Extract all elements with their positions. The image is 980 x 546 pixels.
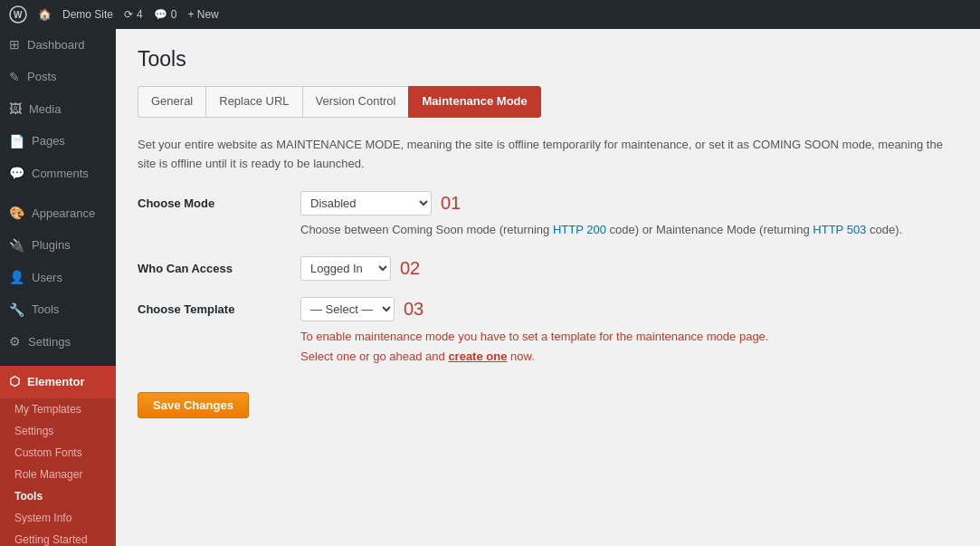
elementor-sub-system-info[interactable]: System Info bbox=[0, 507, 116, 529]
elementor-sub-role-manager[interactable]: Role Manager bbox=[0, 464, 116, 485]
sidebar-item-comments[interactable]: 💬 Comments bbox=[0, 158, 116, 190]
template-warning: To enable maintenance mode you have to s… bbox=[300, 327, 768, 367]
sidebar-item-elementor[interactable]: ⬡ Elementor bbox=[0, 366, 116, 398]
sidebar-label-media: Media bbox=[29, 101, 61, 118]
warning-line1: To enable maintenance mode you have to s… bbox=[300, 330, 768, 343]
maintenance-form: Choose Mode Disabled Coming Soon Mainten… bbox=[138, 191, 958, 367]
sidebar-item-appearance[interactable]: 🎨 Appearance bbox=[0, 197, 116, 230]
tab-version-control[interactable]: Version Control bbox=[302, 86, 409, 118]
sidebar-label-users: Users bbox=[32, 270, 62, 286]
wp-logo-link[interactable]: W bbox=[9, 5, 27, 24]
updates-count: 4 bbox=[137, 8, 143, 21]
page-title: Tools bbox=[138, 47, 958, 72]
users-icon: 👤 bbox=[9, 269, 24, 287]
elementor-sub-custom-fonts[interactable]: Custom Fonts bbox=[0, 442, 116, 464]
comments-nav-icon: 💬 bbox=[9, 165, 24, 183]
tabs-bar: General Replace URL Version Control Main… bbox=[138, 86, 958, 118]
updates-icon: ⟳ bbox=[124, 8, 133, 21]
sidebar-item-media[interactable]: 🖼 Media bbox=[0, 93, 116, 126]
wp-logo-icon: W bbox=[9, 5, 27, 24]
field-who-can-access: Logged In Everyone Admins 02 bbox=[300, 256, 420, 281]
sidebar-label-appearance: Appearance bbox=[32, 206, 95, 222]
posts-icon: ✎ bbox=[9, 69, 20, 87]
sidebar-label-settings: Settings bbox=[28, 334, 71, 350]
field-choose-mode: Disabled Coming Soon Maintenance Mode 01… bbox=[300, 191, 902, 240]
sidebar-item-users[interactable]: 👤 Users bbox=[0, 262, 116, 294]
maintenance-description: Set your entire website as MAINTENANCE M… bbox=[138, 136, 958, 174]
admin-bar: W 🏠 Demo Site ⟳ 4 💬 0 + New bbox=[0, 0, 980, 29]
step-number-03: 03 bbox=[404, 299, 423, 320]
sidebar-label-dashboard: Dashboard bbox=[27, 37, 85, 53]
http503-link[interactable]: HTTP 503 bbox=[813, 223, 866, 236]
home-icon-link[interactable]: 🏠 bbox=[38, 8, 52, 21]
sidebar-label-pages: Pages bbox=[32, 133, 65, 149]
dashboard-icon: ⊞ bbox=[9, 36, 20, 54]
plugins-icon: 🔌 bbox=[9, 237, 24, 255]
elementor-sub-tools[interactable]: Tools bbox=[0, 485, 116, 507]
choose-mode-note: Choose between Coming Soon mode (returni… bbox=[300, 221, 902, 240]
site-name: Demo Site bbox=[62, 8, 113, 21]
sidebar-label-elementor: Elementor bbox=[27, 374, 85, 390]
step-number-01: 01 bbox=[441, 193, 461, 214]
sidebar-label-tools: Tools bbox=[32, 302, 59, 318]
sidebar: ⊞ Dashboard ✎ Posts 🖼 Media 📄 Pages 💬 Co… bbox=[0, 29, 116, 546]
tab-maintenance-mode[interactable]: Maintenance Mode bbox=[408, 86, 540, 118]
comments-link[interactable]: 💬 0 bbox=[154, 8, 177, 21]
select-choose-template[interactable]: — Select — bbox=[300, 297, 395, 321]
elementor-sub-my-templates[interactable]: My Templates bbox=[0, 398, 116, 420]
tools-icon: 🔧 bbox=[9, 302, 24, 320]
form-row-who-can-access: Who Can Access Logged In Everyone Admins… bbox=[138, 256, 958, 281]
elementor-icon: ⬡ bbox=[9, 373, 20, 391]
elementor-sub-getting-started[interactable]: Getting Started bbox=[0, 529, 116, 546]
form-row-choose-mode: Choose Mode Disabled Coming Soon Mainten… bbox=[138, 191, 958, 240]
warning-line3: now. bbox=[510, 350, 535, 363]
http200-link[interactable]: HTTP 200 bbox=[553, 223, 606, 236]
home-icon: 🏠 bbox=[38, 8, 52, 21]
updates-link[interactable]: ⟳ 4 bbox=[124, 8, 143, 21]
new-label: + New bbox=[187, 8, 218, 21]
settings-icon: ⚙ bbox=[9, 333, 21, 351]
warning-line2: Select one or go ahead and bbox=[300, 350, 445, 363]
content-area: Tools General Replace URL Version Contro… bbox=[116, 29, 980, 546]
pages-icon: 📄 bbox=[9, 133, 24, 151]
create-one-link[interactable]: create one bbox=[448, 350, 507, 363]
svg-text:W: W bbox=[14, 10, 23, 20]
sidebar-item-settings[interactable]: ⚙ Settings bbox=[0, 326, 116, 359]
elementor-submenu: My Templates Settings Custom Fonts Role … bbox=[0, 398, 116, 546]
sidebar-item-tools[interactable]: 🔧 Tools bbox=[0, 294, 116, 327]
step-number-02: 02 bbox=[400, 258, 420, 279]
tab-replace-url[interactable]: Replace URL bbox=[205, 86, 301, 118]
sidebar-label-comments: Comments bbox=[32, 166, 89, 182]
field-choose-template: — Select — 03 To enable maintenance mode… bbox=[300, 297, 768, 367]
sidebar-item-plugins[interactable]: 🔌 Plugins bbox=[0, 230, 116, 263]
label-choose-template: Choose Template bbox=[138, 297, 300, 316]
sidebar-item-posts[interactable]: ✎ Posts bbox=[0, 62, 116, 94]
sidebar-item-dashboard[interactable]: ⊞ Dashboard bbox=[0, 29, 116, 62]
select-who-can-access[interactable]: Logged In Everyone Admins bbox=[300, 256, 391, 281]
site-name-link[interactable]: Demo Site bbox=[62, 8, 113, 21]
label-who-can-access: Who Can Access bbox=[138, 256, 300, 275]
sidebar-item-pages[interactable]: 📄 Pages bbox=[0, 126, 116, 158]
comments-count: 0 bbox=[171, 8, 177, 21]
media-icon: 🖼 bbox=[9, 101, 22, 119]
tab-general[interactable]: General bbox=[138, 86, 205, 118]
appearance-icon: 🎨 bbox=[9, 205, 24, 223]
new-content-link[interactable]: + New bbox=[187, 8, 218, 21]
sidebar-label-plugins: Plugins bbox=[32, 237, 71, 254]
save-changes-button[interactable]: Save Changes bbox=[138, 392, 249, 418]
comments-icon: 💬 bbox=[154, 8, 167, 21]
sidebar-label-posts: Posts bbox=[27, 69, 57, 85]
elementor-sub-settings[interactable]: Settings bbox=[0, 420, 116, 442]
label-choose-mode: Choose Mode bbox=[138, 191, 300, 210]
select-choose-mode[interactable]: Disabled Coming Soon Maintenance Mode bbox=[300, 191, 432, 216]
form-row-choose-template: Choose Template — Select — 03 To enable … bbox=[138, 297, 958, 367]
